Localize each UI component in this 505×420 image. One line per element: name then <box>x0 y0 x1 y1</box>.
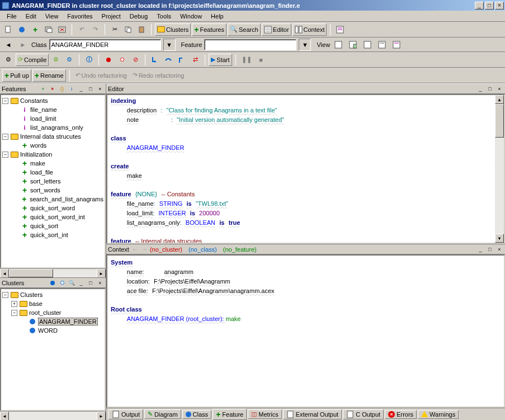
clusters-hscroll[interactable]: ◄► <box>0 411 106 420</box>
menu-view[interactable]: View <box>41 12 63 21</box>
tab-feature[interactable]: +Feature <box>213 409 247 420</box>
redo-refactor-button[interactable]: ↷ Redo refactoring <box>130 69 186 82</box>
paste-button[interactable] <box>135 23 148 36</box>
back-button[interactable]: ◄ <box>2 39 15 51</box>
tab-warnings[interactable]: Warnings <box>418 410 459 419</box>
code-editor[interactable]: indexing description : "Class for findin… <box>107 95 495 243</box>
tab-errors[interactable]: ×Errors <box>385 410 417 419</box>
search-tab-button[interactable]: 🔍Search <box>228 23 261 36</box>
forward-button[interactable]: ► <box>17 39 29 51</box>
class-name-input[interactable] <box>49 39 161 50</box>
pane-minimize-button[interactable]: _ <box>77 279 85 287</box>
compile-var2-button[interactable]: ⚙ <box>63 54 75 66</box>
class-dropdown-button[interactable]: ▼ <box>163 39 176 51</box>
pane-close-button[interactable]: × <box>96 85 104 93</box>
step-into-button[interactable] <box>149 54 161 66</box>
gear-button[interactable]: ⚙ <box>2 54 15 66</box>
features-tree[interactable]: −Constants ifile_name iload_limit ilist_… <box>0 94 106 268</box>
redo-button[interactable]: ↷ <box>89 23 101 36</box>
minimize-button[interactable]: _ <box>475 2 484 10</box>
editor-area[interactable]: indexing description : "Class for findin… <box>106 94 505 244</box>
start-button[interactable]: ▶Start <box>209 54 232 66</box>
doc-icon <box>286 410 294 418</box>
rename-button[interactable]: +Rename <box>32 69 66 82</box>
view-btn-3[interactable] <box>361 39 374 51</box>
filter-i-icon[interactable]: i <box>68 85 75 93</box>
workspace: Features + ✶ () i _ □ × −Constants ifile… <box>0 83 505 420</box>
globe-button[interactable] <box>16 23 28 36</box>
context-extra-button[interactable] <box>334 23 346 36</box>
add-button[interactable]: + <box>29 23 41 36</box>
menu-window[interactable]: Window <box>176 12 206 21</box>
clusters-tree[interactable]: −Clusters +base −root_cluster ANAGRAM_FI… <box>0 288 106 411</box>
pane-minimize-button[interactable]: _ <box>476 246 484 253</box>
menu-help[interactable]: Help <box>206 12 228 21</box>
tab-diagram[interactable]: ✎Diagram <box>144 409 181 419</box>
pane-restore-button[interactable]: □ <box>486 246 494 253</box>
compile-button[interactable]: ⟳Compile <box>16 54 49 66</box>
filter-plus-icon[interactable]: + <box>39 85 47 93</box>
context-content[interactable]: System name: anagramm location: F:\Proje… <box>106 254 505 408</box>
compile-var1-button[interactable]: ⚙ <box>50 54 62 66</box>
stop-button[interactable]: ■ <box>255 54 267 66</box>
pane-restore-button[interactable]: □ <box>87 85 95 93</box>
menu-favorites[interactable]: Favorites <box>63 12 97 21</box>
feature-name-input[interactable] <box>204 39 296 50</box>
toggle-button[interactable]: ⇄ <box>189 54 201 66</box>
window-toggle-button[interactable] <box>43 23 55 36</box>
cluster-view1-icon[interactable] <box>49 279 56 287</box>
close-button[interactable]: × <box>495 2 504 10</box>
pane-minimize-button[interactable]: _ <box>77 85 85 93</box>
undo-refactor-button[interactable]: ↶ Undo refactoring <box>73 69 129 82</box>
editor-vscroll[interactable]: ▲ ▼ <box>495 95 504 243</box>
tab-output[interactable]: Output <box>108 409 143 419</box>
breakpoint-clear-button[interactable]: ⊘ <box>129 54 141 66</box>
view-btn-2[interactable] <box>347 39 359 51</box>
new-file-button[interactable] <box>2 23 15 36</box>
editor-tab-button[interactable]: Editor <box>262 23 291 36</box>
pane-minimize-button[interactable]: _ <box>476 85 484 93</box>
step-out-button[interactable] <box>176 54 188 66</box>
cluster-view2-icon[interactable] <box>58 279 66 287</box>
breakpoint-enable-button[interactable] <box>102 54 115 66</box>
copy-button[interactable] <box>122 23 134 36</box>
window-close-button[interactable] <box>56 23 68 36</box>
filter-paren-icon[interactable]: () <box>58 85 66 93</box>
menu-edit[interactable]: Edit <box>21 12 41 21</box>
view-btn-1[interactable] <box>332 39 344 51</box>
features-hscroll[interactable]: ◄► <box>0 268 106 277</box>
breakpoint-disable-button[interactable] <box>116 54 128 66</box>
view-btn-5[interactable] <box>390 39 403 51</box>
menu-project[interactable]: Project <box>97 12 125 21</box>
cut-button[interactable]: ✂ <box>108 23 121 36</box>
menu-debug[interactable]: Debug <box>125 12 152 21</box>
menu-tools[interactable]: Tools <box>152 12 176 21</box>
pane-close-button[interactable]: × <box>96 279 104 287</box>
pencil-icon: ✎ <box>148 410 153 418</box>
features-tab-button[interactable]: +Features <box>192 23 226 36</box>
cluster-search-icon[interactable]: 🔍 <box>68 279 75 287</box>
feature-dropdown-button[interactable]: ▼ <box>299 39 311 51</box>
maximize-button[interactable]: □ <box>485 2 494 10</box>
clusters-tab-button[interactable]: Clusters <box>155 23 191 36</box>
menu-file[interactable]: File <box>2 12 21 21</box>
info-button[interactable]: ⓘ <box>83 54 95 66</box>
context-back-button[interactable]: ← <box>131 246 139 253</box>
context-forward-button[interactable]: → <box>140 246 148 253</box>
pullup-button[interactable]: +Pull up <box>2 69 31 82</box>
pane-close-button[interactable]: × <box>495 85 503 93</box>
tab-class[interactable]: Class <box>182 410 212 419</box>
context-tab-button[interactable]: Context <box>292 23 327 36</box>
undo-button[interactable]: ↶ <box>75 23 88 36</box>
view-btn-4[interactable] <box>376 39 388 51</box>
step-over-button[interactable] <box>162 54 174 66</box>
filter-x-icon[interactable]: ✶ <box>49 85 56 93</box>
pause-button[interactable]: ❚❚ <box>239 54 254 66</box>
tab-metrics[interactable]: ◫Metrics <box>248 409 281 419</box>
editor-icon <box>264 26 272 34</box>
pane-restore-button[interactable]: □ <box>486 85 494 93</box>
tab-external-output[interactable]: External Output <box>283 409 342 419</box>
pane-close-button[interactable]: × <box>495 246 503 253</box>
pane-restore-button[interactable]: □ <box>87 279 95 287</box>
tab-c-output[interactable]: C Output <box>343 409 384 419</box>
